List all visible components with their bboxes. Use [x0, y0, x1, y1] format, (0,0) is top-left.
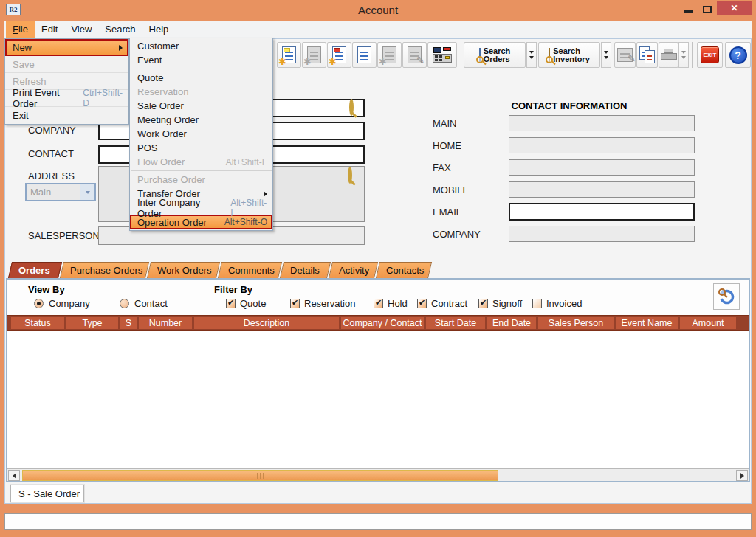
account-search-icon[interactable]	[349, 101, 354, 114]
search-inventory-dropdown[interactable]	[601, 42, 611, 68]
status-bar	[4, 513, 752, 530]
menu-separator	[131, 69, 272, 69]
col-company-contact[interactable]: Company / Contact	[341, 317, 424, 329]
tab-purchase-orders[interactable]: Purchase Orders	[60, 262, 145, 278]
toolbar-copy-button[interactable]	[636, 42, 658, 68]
tab-contacts[interactable]: Contacts	[376, 262, 428, 278]
horizontal-scrollbar[interactable]	[7, 468, 749, 481]
menu-file[interactable]: File	[6, 21, 35, 38]
search-orders-button[interactable]: Search Orders	[464, 42, 526, 68]
menu-help[interactable]: Help	[142, 21, 176, 38]
maximize-button[interactable]	[703, 6, 712, 13]
submenu-pos[interactable]: POS	[130, 141, 272, 155]
submenu-sale-order[interactable]: Sale Order	[130, 99, 272, 113]
address-label: ADDRESS	[28, 170, 75, 181]
col-number[interactable]: Number	[139, 317, 192, 329]
submenu-event[interactable]: Event	[130, 53, 272, 67]
search-inventory-icon	[549, 49, 550, 62]
col-status[interactable]: Status	[11, 317, 64, 329]
home-input	[509, 137, 695, 153]
radio-contact[interactable]: Contact	[120, 298, 168, 309]
ci-company-label: COMPANY	[433, 229, 481, 240]
tab-comments[interactable]: Comments	[218, 262, 278, 278]
cash-register-icon	[433, 46, 452, 64]
col-amount[interactable]: Amount	[680, 317, 736, 329]
main-label: MAIN	[433, 118, 457, 129]
file-menu-print-event-order[interactable]: Print Event Order Ctrl+Shift-D	[5, 90, 128, 107]
toolbar-pos-register-button[interactable]	[427, 42, 457, 68]
col-start-date[interactable]: Start Date	[426, 317, 485, 329]
search-inventory-button[interactable]: Search Inventory	[538, 42, 600, 68]
checkbox-reservation[interactable]: Reservation	[290, 298, 355, 309]
address-type-dropdown[interactable]	[80, 184, 94, 200]
toolbar-new-doc-yellow-button[interactable]	[277, 42, 301, 68]
app-window: { "window": { "title": "Account", "icon_…	[0, 0, 756, 537]
ci-company-input	[509, 226, 695, 242]
address-type-combo[interactable]: Main	[25, 183, 96, 201]
document-pencil-disabled-icon	[408, 46, 422, 63]
menu-separator	[131, 170, 272, 171]
menu-edit[interactable]: Edit	[35, 21, 64, 38]
toolbar-open-doc-button[interactable]	[352, 42, 377, 68]
menu-search[interactable]: Search	[98, 21, 142, 38]
document-blue-icon	[357, 46, 371, 63]
radio-icon	[34, 299, 44, 308]
submenu-work-order[interactable]: Work Order	[130, 127, 272, 141]
submenu-purchase-order: Purchase Order	[130, 173, 272, 187]
scroll-left-button[interactable]	[8, 470, 20, 481]
exit-button[interactable]: EXIT	[697, 42, 723, 68]
address-type-value: Main	[27, 184, 80, 200]
col-event-name[interactable]: Event Name	[616, 317, 678, 329]
col-end-date[interactable]: End Date	[487, 317, 536, 329]
fax-input	[509, 159, 695, 176]
company-label: COMPANY	[28, 125, 76, 136]
checkbox-signoff[interactable]: Signoff	[478, 298, 522, 309]
submenu-arrow-icon	[119, 45, 123, 51]
checkbox-icon	[226, 299, 236, 308]
toolbar-doc-disabled-button-1	[302, 42, 326, 68]
filter-bar: View By Company Contact Filter By Quote …	[7, 280, 749, 315]
minimize-button[interactable]	[684, 10, 693, 13]
scrollbar-thumb[interactable]	[22, 470, 498, 481]
radio-company[interactable]: Company	[34, 298, 90, 309]
submenu-reservation: Reservation	[130, 85, 272, 99]
submenu-customer[interactable]: Customer	[130, 39, 272, 53]
file-menu-exit[interactable]: Exit	[5, 107, 128, 124]
submenu-inter-company-order[interactable]: Inter Company Order Alt+Shift-I	[130, 201, 272, 215]
submenu-operation-order[interactable]: Operation Order Alt+Shift-O	[130, 215, 272, 229]
salesperson-label: SALESPERSON	[28, 230, 100, 241]
submenu-arrow-icon	[264, 191, 267, 197]
address-search-icon[interactable]	[348, 169, 352, 182]
tab-work-orders[interactable]: Work Orders	[147, 262, 216, 278]
tab-bar: Orders Purchase Orders Work Orders Comme…	[8, 262, 430, 278]
email-input[interactable]	[509, 203, 695, 221]
checkbox-invoiced[interactable]: Invoiced	[532, 298, 582, 309]
checkbox-contract[interactable]: Contract	[417, 298, 467, 309]
col-type[interactable]: Type	[66, 317, 118, 329]
toolbar-new-doc-red-button[interactable]	[327, 42, 351, 68]
filter-by-label: Filter By	[214, 284, 252, 295]
submenu-quote[interactable]: Quote	[130, 71, 272, 85]
tab-orders[interactable]: Orders	[8, 262, 58, 278]
titlebar: R2 Account	[0, 0, 756, 21]
checkbox-hold[interactable]: Hold	[374, 298, 408, 309]
col-description[interactable]: Description	[194, 317, 339, 329]
document-red-flag-icon	[332, 46, 346, 63]
checkbox-quote[interactable]: Quote	[226, 298, 266, 309]
scroll-right-button[interactable]	[736, 470, 748, 481]
menu-view[interactable]: View	[64, 21, 98, 38]
refresh-search-button[interactable]	[713, 283, 740, 310]
tab-activity[interactable]: Activity	[329, 262, 374, 278]
submenu-meeting-order[interactable]: Meeting Order	[130, 113, 272, 127]
file-menu-new[interactable]: New	[5, 39, 128, 56]
radio-icon	[120, 299, 129, 308]
window-title: Account	[0, 4, 756, 16]
close-button[interactable]	[717, 1, 752, 15]
search-orders-dropdown[interactable]	[526, 42, 537, 68]
col-s[interactable]: S	[120, 317, 137, 329]
checkbox-icon	[374, 299, 383, 308]
help-button[interactable]: ?	[725, 42, 751, 68]
col-sales-person[interactable]: Sales Person	[538, 317, 614, 329]
document-disabled-icon	[307, 46, 321, 63]
tab-details[interactable]: Details	[280, 262, 327, 278]
